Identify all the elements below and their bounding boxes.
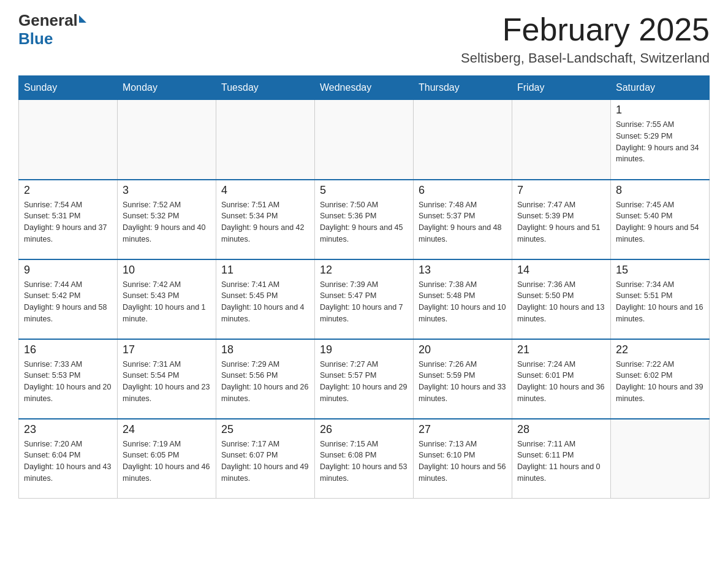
logo: General Blue xyxy=(18,12,86,48)
day-number: 16 xyxy=(24,343,112,356)
day-info: Sunrise: 7:42 AMSunset: 5:43 PMDaylight:… xyxy=(123,279,211,325)
calendar-cell-w2-d3: 5Sunrise: 7:50 AMSunset: 5:36 PMDaylight… xyxy=(315,180,414,259)
calendar-cell-w2-d4: 6Sunrise: 7:48 AMSunset: 5:37 PMDaylight… xyxy=(414,180,512,259)
calendar-week-5: 23Sunrise: 7:20 AMSunset: 6:04 PMDayligh… xyxy=(19,419,710,499)
day-info: Sunrise: 7:51 AMSunset: 5:34 PMDaylight:… xyxy=(221,199,309,245)
month-year-title: February 2025 xyxy=(461,12,710,47)
day-info: Sunrise: 7:52 AMSunset: 5:32 PMDaylight:… xyxy=(123,199,211,245)
header-wednesday: Wednesday xyxy=(315,76,414,100)
day-number: 19 xyxy=(320,343,408,356)
day-number: 1 xyxy=(616,104,704,117)
day-info: Sunrise: 7:50 AMSunset: 5:36 PMDaylight:… xyxy=(320,199,408,245)
calendar-week-4: 16Sunrise: 7:33 AMSunset: 5:53 PMDayligh… xyxy=(19,339,710,419)
calendar-cell-w3-d2: 11Sunrise: 7:41 AMSunset: 5:45 PMDayligh… xyxy=(216,259,315,339)
calendar-cell-w5-d5: 28Sunrise: 7:11 AMSunset: 6:11 PMDayligh… xyxy=(512,419,611,499)
day-number: 3 xyxy=(123,184,211,197)
day-info: Sunrise: 7:31 AMSunset: 5:54 PMDaylight:… xyxy=(123,359,211,405)
calendar-cell-w1-d6: 1Sunrise: 7:55 AMSunset: 5:29 PMDaylight… xyxy=(611,100,710,180)
day-info: Sunrise: 7:48 AMSunset: 5:37 PMDaylight:… xyxy=(419,199,507,245)
day-info: Sunrise: 7:22 AMSunset: 6:02 PMDaylight:… xyxy=(616,359,704,405)
calendar-cell-w4-d5: 21Sunrise: 7:24 AMSunset: 6:01 PMDayligh… xyxy=(512,339,611,419)
calendar-cell-w3-d1: 10Sunrise: 7:42 AMSunset: 5:43 PMDayligh… xyxy=(118,259,216,339)
calendar-cell-w4-d6: 22Sunrise: 7:22 AMSunset: 6:02 PMDayligh… xyxy=(611,339,710,419)
day-number: 24 xyxy=(123,423,211,436)
calendar-cell-w2-d0: 2Sunrise: 7:54 AMSunset: 5:31 PMDaylight… xyxy=(19,180,118,259)
calendar-cell-w1-d3 xyxy=(315,100,414,180)
day-number: 4 xyxy=(221,184,309,197)
calendar-cell-w5-d4: 27Sunrise: 7:13 AMSunset: 6:10 PMDayligh… xyxy=(414,419,512,499)
day-number: 12 xyxy=(320,264,408,277)
day-info: Sunrise: 7:41 AMSunset: 5:45 PMDaylight:… xyxy=(221,279,309,325)
header-monday: Monday xyxy=(118,76,216,100)
day-info: Sunrise: 7:13 AMSunset: 6:10 PMDaylight:… xyxy=(419,439,507,484)
day-number: 8 xyxy=(616,184,704,197)
day-number: 17 xyxy=(123,343,211,356)
day-number: 13 xyxy=(419,264,507,277)
day-number: 5 xyxy=(320,184,408,197)
calendar-cell-w1-d1 xyxy=(118,100,216,180)
day-info: Sunrise: 7:11 AMSunset: 6:11 PMDaylight:… xyxy=(517,439,605,484)
calendar-cell-w4-d2: 18Sunrise: 7:29 AMSunset: 5:56 PMDayligh… xyxy=(216,339,315,419)
day-number: 9 xyxy=(24,264,112,277)
day-number: 10 xyxy=(123,264,211,277)
day-info: Sunrise: 7:36 AMSunset: 5:50 PMDaylight:… xyxy=(517,279,605,325)
weekday-header-row: Sunday Monday Tuesday Wednesday Thursday… xyxy=(19,76,710,100)
calendar-cell-w5-d2: 25Sunrise: 7:17 AMSunset: 6:07 PMDayligh… xyxy=(216,419,315,499)
day-number: 28 xyxy=(517,423,605,436)
calendar-cell-w3-d3: 12Sunrise: 7:39 AMSunset: 5:47 PMDayligh… xyxy=(315,259,414,339)
day-number: 27 xyxy=(419,423,507,436)
calendar-cell-w2-d5: 7Sunrise: 7:47 AMSunset: 5:39 PMDaylight… xyxy=(512,180,611,259)
day-info: Sunrise: 7:33 AMSunset: 5:53 PMDaylight:… xyxy=(24,359,112,405)
day-info: Sunrise: 7:45 AMSunset: 5:40 PMDaylight:… xyxy=(616,199,704,245)
day-info: Sunrise: 7:34 AMSunset: 5:51 PMDaylight:… xyxy=(616,279,704,325)
day-number: 21 xyxy=(517,343,605,356)
calendar-cell-w3-d5: 14Sunrise: 7:36 AMSunset: 5:50 PMDayligh… xyxy=(512,259,611,339)
day-info: Sunrise: 7:27 AMSunset: 5:57 PMDaylight:… xyxy=(320,359,408,405)
day-info: Sunrise: 7:26 AMSunset: 5:59 PMDaylight:… xyxy=(419,359,507,405)
day-number: 18 xyxy=(221,343,309,356)
calendar-cell-w1-d0 xyxy=(19,100,118,180)
day-number: 26 xyxy=(320,423,408,436)
day-info: Sunrise: 7:17 AMSunset: 6:07 PMDaylight:… xyxy=(221,439,309,484)
day-number: 23 xyxy=(24,423,112,436)
day-number: 25 xyxy=(221,423,309,436)
header-thursday: Thursday xyxy=(414,76,512,100)
day-number: 22 xyxy=(616,343,704,356)
calendar-cell-w5-d0: 23Sunrise: 7:20 AMSunset: 6:04 PMDayligh… xyxy=(19,419,118,499)
header-saturday: Saturday xyxy=(611,76,710,100)
day-number: 11 xyxy=(221,264,309,277)
day-number: 2 xyxy=(24,184,112,197)
day-info: Sunrise: 7:15 AMSunset: 6:08 PMDaylight:… xyxy=(320,439,408,484)
day-info: Sunrise: 7:20 AMSunset: 6:04 PMDaylight:… xyxy=(24,439,112,484)
day-info: Sunrise: 7:24 AMSunset: 6:01 PMDaylight:… xyxy=(517,359,605,405)
calendar-week-2: 2Sunrise: 7:54 AMSunset: 5:31 PMDaylight… xyxy=(19,180,710,259)
logo-arrow-icon xyxy=(79,15,86,23)
calendar-table: Sunday Monday Tuesday Wednesday Thursday… xyxy=(18,75,710,499)
calendar-week-3: 9Sunrise: 7:44 AMSunset: 5:42 PMDaylight… xyxy=(19,259,710,339)
day-number: 7 xyxy=(517,184,605,197)
day-number: 14 xyxy=(517,264,605,277)
header-sunday: Sunday xyxy=(19,76,118,100)
calendar-cell-w3-d0: 9Sunrise: 7:44 AMSunset: 5:42 PMDaylight… xyxy=(19,259,118,339)
day-info: Sunrise: 7:55 AMSunset: 5:29 PMDaylight:… xyxy=(616,119,704,165)
day-info: Sunrise: 7:19 AMSunset: 6:05 PMDaylight:… xyxy=(123,439,211,484)
calendar-cell-w1-d4 xyxy=(414,100,512,180)
day-info: Sunrise: 7:47 AMSunset: 5:39 PMDaylight:… xyxy=(517,199,605,245)
title-section: February 2025 Seltisberg, Basel-Landscha… xyxy=(461,12,710,66)
calendar-cell-w2-d1: 3Sunrise: 7:52 AMSunset: 5:32 PMDaylight… xyxy=(118,180,216,259)
calendar-cell-w4-d3: 19Sunrise: 7:27 AMSunset: 5:57 PMDayligh… xyxy=(315,339,414,419)
calendar-week-1: 1Sunrise: 7:55 AMSunset: 5:29 PMDaylight… xyxy=(19,100,710,180)
day-info: Sunrise: 7:29 AMSunset: 5:56 PMDaylight:… xyxy=(221,359,309,405)
calendar-cell-w5-d1: 24Sunrise: 7:19 AMSunset: 6:05 PMDayligh… xyxy=(118,419,216,499)
day-number: 20 xyxy=(419,343,507,356)
calendar-cell-w4-d1: 17Sunrise: 7:31 AMSunset: 5:54 PMDayligh… xyxy=(118,339,216,419)
logo-general-text: General xyxy=(18,12,78,28)
day-info: Sunrise: 7:44 AMSunset: 5:42 PMDaylight:… xyxy=(24,279,112,325)
day-info: Sunrise: 7:39 AMSunset: 5:47 PMDaylight:… xyxy=(320,279,408,325)
calendar-cell-w4-d4: 20Sunrise: 7:26 AMSunset: 5:59 PMDayligh… xyxy=(414,339,512,419)
day-number: 6 xyxy=(419,184,507,197)
calendar-cell-w5-d3: 26Sunrise: 7:15 AMSunset: 6:08 PMDayligh… xyxy=(315,419,414,499)
day-info: Sunrise: 7:38 AMSunset: 5:48 PMDaylight:… xyxy=(419,279,507,325)
page-header: General Blue February 2025 Seltisberg, B… xyxy=(18,12,710,66)
header-friday: Friday xyxy=(512,76,611,100)
